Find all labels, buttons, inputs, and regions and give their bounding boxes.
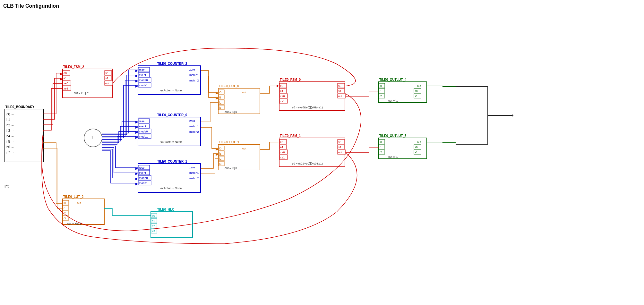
svg-text:TILE0_COUNTER_1: TILE0_COUNTER_1 xyxy=(157,160,187,163)
svg-text:out: out xyxy=(417,84,421,88)
svg-text:i1: i1 xyxy=(219,152,221,155)
svg-text:mode1: mode1 xyxy=(139,182,148,185)
svg-text:e1: e1 xyxy=(280,146,283,149)
svg-text:mode0: mode0 xyxy=(139,79,148,82)
svg-text:i1: i1 xyxy=(219,96,221,99)
svg-text:s0 = (s0&~e0)|(~s0&e1): s0 = (s0&~e0)|(~s0&e1) xyxy=(292,162,323,165)
svg-text:match2: match2 xyxy=(189,177,199,180)
svg-text:TILE0_OUTLUT_4: TILE0_OUTLUT_4 xyxy=(379,78,407,81)
svg-text:i3: i3 xyxy=(64,217,66,220)
svg-text:reset: reset xyxy=(139,120,146,123)
svg-text:mode1: mode1 xyxy=(139,84,148,87)
svg-text:xe1: xe1 xyxy=(64,87,68,90)
svg-text:s1: s1 xyxy=(338,89,341,93)
svg-text:i1: i1 xyxy=(64,207,66,210)
svg-text:TILE0_BOUNDARY: TILE0_BOUNDARY xyxy=(5,105,35,109)
svg-text:out = i0|i1: out = i0|i1 xyxy=(225,166,237,170)
svg-text:in3 →: in3 → xyxy=(6,129,14,132)
svg-text:out: out xyxy=(417,140,421,144)
counter0-node: TILE0_COUNTER_0 reset event mode0 mode1 … xyxy=(138,113,201,146)
svg-text:xe0: xe0 xyxy=(280,95,285,98)
svg-text:mode1: mode1 xyxy=(139,135,148,138)
svg-text:TILE0_HLC: TILE0_HLC xyxy=(157,208,174,211)
svg-text:i0: i0 xyxy=(380,84,382,88)
svg-text:in0 →: in0 → xyxy=(6,113,14,116)
svg-text:out: out xyxy=(77,201,81,205)
svg-text:out = i0|i1: out = i0|i1 xyxy=(225,110,237,114)
outlut4-node: TILE0_OUTLUT_4 i0 i1 i2 out s0 s1 out = … xyxy=(379,78,427,103)
svg-text:e3: e3 xyxy=(152,230,155,233)
svg-text:i3: i3 xyxy=(219,106,221,109)
svg-text:reset: reset xyxy=(139,68,146,72)
svg-text:in4 →: in4 → xyxy=(6,134,14,138)
svg-text:i1: i1 xyxy=(380,146,382,149)
svg-text:i2: i2 xyxy=(380,95,382,98)
svg-text:e1: e1 xyxy=(280,89,283,93)
svg-text:reset: reset xyxy=(139,166,146,169)
svg-text:match1: match1 xyxy=(189,171,199,174)
svg-text:xe1: xe1 xyxy=(280,156,285,159)
svg-text:s0: s0 xyxy=(105,72,108,75)
svg-text:xe1: xe1 xyxy=(280,100,285,103)
lut0-node: TILE0_LUT_0 i0 i1 i2 i3 out out = i0|i1 xyxy=(218,84,260,114)
svg-text:s1: s1 xyxy=(338,146,341,149)
svg-text:match2: match2 xyxy=(189,79,199,82)
svg-text:i0: i0 xyxy=(219,147,221,150)
svg-text:TILE0_LUT_1: TILE0_LUT_1 xyxy=(219,140,239,144)
svg-text:e1: e1 xyxy=(152,219,155,223)
svg-text:i2: i2 xyxy=(219,101,221,104)
svg-text:in6 →: in6 → xyxy=(6,145,14,149)
hlc-node: TILE0_HLC e0 e1 e2 e3 xyxy=(151,208,193,237)
svg-text:i2: i2 xyxy=(380,151,382,154)
svg-text:in2 →: in2 → xyxy=(6,123,14,127)
svg-text:match1: match1 xyxy=(189,125,199,128)
svg-text:e1: e1 xyxy=(64,77,67,80)
svg-text:xe0: xe0 xyxy=(64,82,68,85)
svg-text:event: event xyxy=(139,125,146,128)
int-label: int xyxy=(4,184,9,189)
svg-text:xe0: xe0 xyxy=(280,151,285,154)
svg-text:TILE0_COUNTER_2: TILE0_COUNTER_2 xyxy=(157,62,187,65)
svg-text:in7 →: in7 → xyxy=(6,151,14,154)
svg-marker-195 xyxy=(277,85,279,87)
svg-text:TILE0_LUT_0: TILE0_LUT_0 xyxy=(219,84,239,88)
svg-text:evAction = None: evAction = None xyxy=(160,187,182,190)
svg-text:zero: zero xyxy=(189,68,195,71)
fsm0-node: TILE0_FSM_0 e0 e1 xe0 xe1 s0 s1 out s0 =… xyxy=(279,78,346,111)
svg-text:out: out xyxy=(105,82,109,85)
svg-text:i1: i1 xyxy=(380,89,382,93)
svg-text:in1 →: in1 → xyxy=(6,118,14,122)
svg-text:e0: e0 xyxy=(152,214,155,217)
svg-text:s1: s1 xyxy=(415,95,418,98)
svg-marker-198 xyxy=(512,114,513,117)
svg-text:TILE0_OUTLUT_5: TILE0_OUTLUT_5 xyxy=(379,134,407,138)
lut2-node: TILE0_LUT_2 i0 i1 i2 i3 out out = i0&i1 xyxy=(63,195,104,225)
boundary-node: TILE0_BOUNDARY in0 → in1 → in2 → in3 → i… xyxy=(5,105,43,162)
svg-text:i3: i3 xyxy=(219,162,221,165)
svg-text:out = i1: out = i1 xyxy=(388,155,398,158)
svg-text:s1: s1 xyxy=(415,151,418,154)
outlut5-node: TILE0_OUTLUT_5 i0 i1 i2 out s0 s1 out = … xyxy=(379,134,427,159)
svg-text:s0: s0 xyxy=(338,140,341,144)
svg-text:i0: i0 xyxy=(219,91,221,94)
svg-text:s1: s1 xyxy=(105,77,108,80)
svg-text:1: 1 xyxy=(91,136,93,140)
circle-node: 1 xyxy=(84,129,102,147)
svg-text:out: out xyxy=(338,95,342,98)
svg-text:s0: s0 xyxy=(415,146,418,149)
svg-text:TILE0_FSM_2: TILE0_FSM_2 xyxy=(63,65,84,69)
svg-text:zero: zero xyxy=(189,166,195,169)
svg-text:i0: i0 xyxy=(64,201,66,205)
counter2-node: TILE0_COUNTER_2 reset event mode0 mode1 … xyxy=(138,62,201,95)
svg-text:e2: e2 xyxy=(152,225,155,228)
svg-text:out = i1: out = i1 xyxy=(388,99,398,102)
counter1-node: TILE0_COUNTER_1 reset event mode0 mode1 … xyxy=(138,160,201,192)
svg-text:mode0: mode0 xyxy=(139,130,148,133)
svg-text:in5 →: in5 → xyxy=(6,140,14,143)
svg-text:s0: s0 xyxy=(338,84,341,88)
svg-text:out: out xyxy=(242,91,246,94)
svg-text:event: event xyxy=(139,171,146,174)
svg-text:s0 = (~s0&e0)|(s0&~e1): s0 = (~s0&e0)|(s0&~e1) xyxy=(292,106,323,109)
svg-text:e0: e0 xyxy=(280,84,283,88)
diagram-canvas: TILE0_BOUNDARY in0 → in1 → in2 → in3 → i… xyxy=(0,0,644,305)
